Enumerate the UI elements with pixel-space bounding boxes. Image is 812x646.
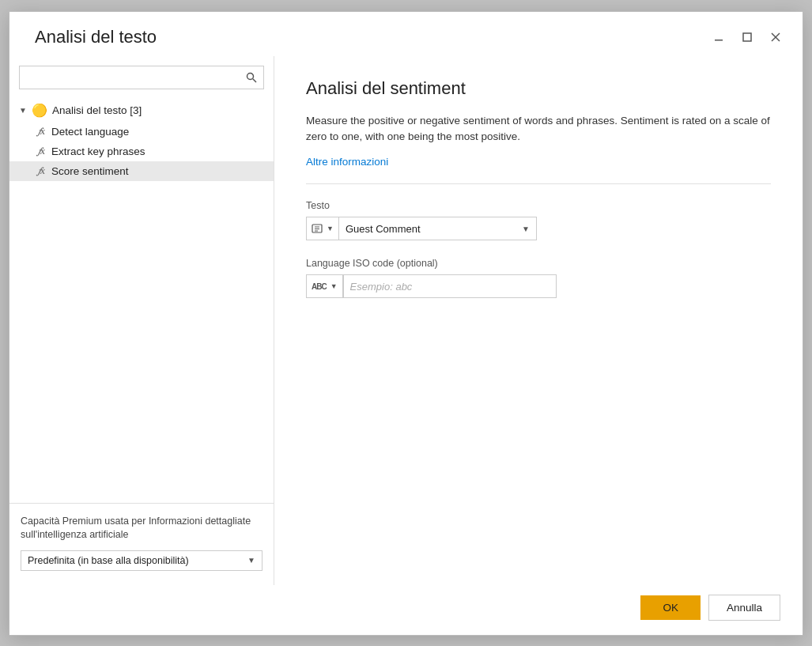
language-icon-dropdown[interactable]: ABC ▼ — [306, 274, 343, 298]
chevron-small-icon: ▼ — [327, 225, 334, 232]
window-title: Analisi del testo — [35, 27, 157, 47]
capacity-dropdown[interactable]: Predefinita (in base alla disponibilità)… — [21, 550, 262, 571]
tree-item-label: Extract key phrases — [51, 145, 145, 157]
sidebar-footer-text: Capacità Premium usata per Informazioni … — [21, 515, 262, 542]
tree-root-item[interactable]: ▼ 🟡 Analisi del testo [3] — [9, 99, 274, 122]
restore-button[interactable] — [736, 26, 758, 48]
section-title: Analisi del sentiment — [306, 78, 771, 99]
testo-dropdown-value: Guest Comment — [346, 223, 421, 235]
tree-item-score-sentiment[interactable]: 𝑓x Score sentiment — [9, 161, 274, 181]
minimize-button[interactable] — [708, 26, 730, 48]
language-label: Language ISO code (optional) — [306, 258, 771, 269]
fx-icon: 𝑓x — [38, 165, 45, 177]
close-button[interactable] — [765, 26, 787, 48]
testo-value-dropdown[interactable]: Guest Comment ▼ — [339, 217, 537, 240]
tree-root-label: Analisi del testo [3] — [52, 104, 142, 116]
divider — [306, 183, 771, 184]
tree-item-label: Score sentiment — [51, 165, 129, 177]
testo-label: Testo — [306, 200, 771, 211]
language-placeholder: Esempio: abc — [350, 281, 413, 293]
chevron-small-icon: ▼ — [330, 282, 338, 290]
search-button[interactable] — [240, 66, 263, 89]
chevron-down-icon: ▼ — [522, 225, 530, 233]
testo-icon-dropdown[interactable]: ▼ — [306, 217, 339, 240]
tree-item-detect-language[interactable]: 𝑓x Detect language — [9, 122, 274, 142]
fx-icon: 𝑓x — [38, 145, 45, 157]
svg-point-4 — [247, 73, 254, 79]
cancel-button[interactable]: Annulla — [708, 595, 780, 621]
tree-item-label: Detect language — [51, 126, 129, 138]
abc-icon: ABC — [312, 282, 327, 291]
chevron-down-icon: ▼ — [19, 106, 27, 115]
tree-item-extract-key-phrases[interactable]: 𝑓x Extract key phrases — [9, 142, 274, 161]
language-input[interactable]: Esempio: abc — [343, 274, 557, 298]
language-field-row: ABC ▼ Esempio: abc — [306, 274, 771, 298]
folder-icon: 🟡 — [32, 103, 47, 118]
capacity-dropdown-value: Predefinita (in base alla disponibilità) — [28, 555, 189, 566]
svg-rect-0 — [715, 40, 723, 41]
ok-button[interactable]: OK — [640, 595, 701, 620]
svg-rect-1 — [743, 33, 751, 41]
testo-field-row: ▼ Guest Comment ▼ — [306, 217, 771, 240]
chevron-down-icon: ▼ — [247, 556, 255, 565]
fx-icon: 𝑓x — [38, 126, 45, 138]
search-input[interactable] — [20, 71, 240, 83]
svg-line-5 — [253, 78, 256, 81]
section-description: Measure the positive or negative sentime… — [306, 113, 771, 145]
more-info-link[interactable]: Altre informazioni — [306, 156, 771, 168]
